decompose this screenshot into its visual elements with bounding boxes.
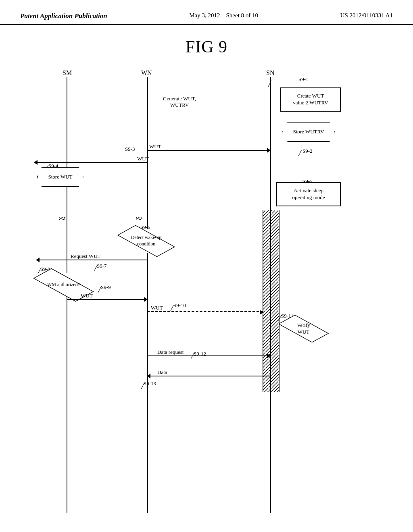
squiggle-wn: ≈ (136, 214, 140, 223)
date-label: May 3, 2012 (189, 12, 220, 19)
lane-sn: SN (266, 69, 274, 77)
step-s9-3: S9-3 (125, 146, 135, 152)
publication-label: Patent Application Publication (20, 12, 107, 20)
sleep-hatch (262, 210, 280, 392)
wut-arrow-sm-wn (67, 299, 147, 300)
step-s9-1: S9-1 (298, 76, 309, 83)
store-wutrv-box: Store WUTRV (282, 122, 335, 142)
data-label: Data (157, 369, 167, 376)
header-center: May 3, 2012 Sheet 8 of 10 (189, 12, 258, 19)
figure-title: FIG 9 (186, 37, 227, 56)
wut-dashed-arrow (147, 311, 263, 312)
data-request-arrow (147, 355, 270, 356)
wut-label-wn-sm: WUT (137, 156, 149, 162)
generate-wut-label: Generate WUT, WUTRV (157, 96, 202, 108)
wut-label-sm-wn: WUT (81, 293, 93, 299)
create-wut-box: Create WUT value 2 WUTRV (280, 87, 341, 112)
svg-rect-1 (263, 210, 279, 392)
squiggle-sm: ≈ (59, 214, 64, 223)
wut-arrow-wn-sn (147, 150, 270, 151)
step-s9-13: S9-13 (144, 380, 156, 387)
detect-wakeup-box: Detect wake-up condition (119, 229, 173, 253)
wn-vline (147, 77, 148, 513)
activate-sleep-box: Activate sleep operating mode (276, 182, 341, 206)
request-wut-label: Request WUT (71, 253, 101, 260)
data-request-label: Data request (157, 349, 184, 355)
wut-arrow-wn-sm (34, 162, 147, 163)
lane-sm: SM (63, 69, 72, 77)
step-s9-10: S9-10 (173, 302, 186, 309)
wut-label-1: WUT (149, 143, 161, 150)
sheet-label: Sheet 8 of 10 (226, 12, 259, 19)
step-s9-2: S9-2 (302, 148, 313, 154)
request-wut-arrow (36, 260, 147, 260)
step-s9-7: S9-7 (97, 263, 107, 269)
lane-wn: WN (141, 69, 152, 77)
wut-label-3: WUT (151, 305, 163, 311)
store-wut-box: Store WUT (37, 167, 83, 187)
step-s9-9: S9-9 (101, 284, 111, 291)
data-arrow (147, 376, 270, 376)
diagram-area: FIG 9 SM WN SN S9-1 ╱ Create WUT value 2… (0, 25, 413, 521)
patent-number: US 2012/0110331 A1 (340, 12, 393, 19)
s9-1-slash: ╱ (268, 81, 271, 87)
verify-wut-box: Verify WUT (280, 318, 327, 340)
